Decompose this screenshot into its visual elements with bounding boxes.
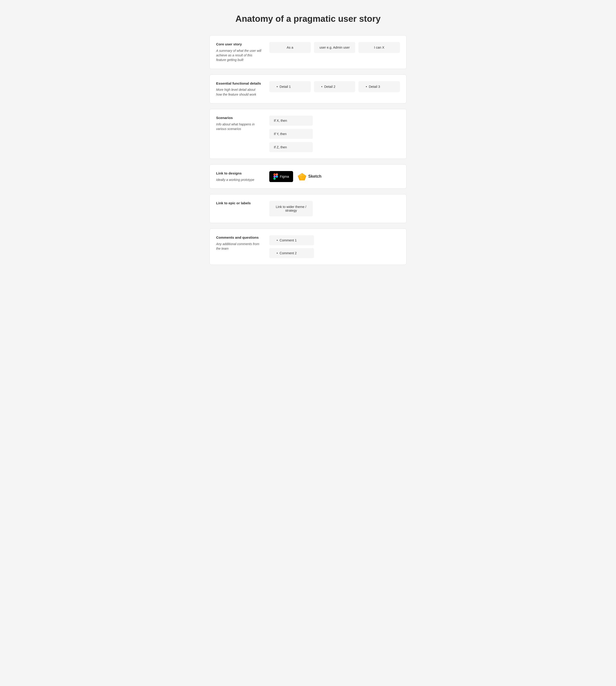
section-scenarios: Scenarios Info about what happens in var…	[210, 109, 406, 159]
svg-rect-1	[276, 173, 278, 176]
section-description-functional: More high level detail about how the fea…	[216, 87, 262, 97]
svg-rect-2	[273, 175, 276, 178]
section-designs: Link to designs Ideally a working protot…	[210, 165, 406, 189]
comment-box-2: Comment 2	[269, 248, 314, 258]
section-meta-designs: Link to designs Ideally a working protot…	[216, 171, 262, 182]
section-description-designs: Ideally a working prototype	[216, 177, 262, 182]
section-meta-core: Core user story A summary of what the us…	[216, 42, 262, 62]
page-title: Anatomy of a pragmatic user story	[210, 14, 406, 24]
section-label-designs: Link to designs	[216, 171, 262, 176]
section-description-core: A summary of what the user will achieve …	[216, 48, 262, 62]
figma-icon	[273, 173, 278, 180]
content-box-detail2: Detail 2	[314, 81, 355, 92]
content-box-detail3: Detail 3	[358, 81, 400, 92]
page-container: Anatomy of a pragmatic user story Core u…	[210, 14, 406, 265]
content-box-ican: I can X	[358, 42, 400, 53]
section-label-epic: Link to epic or labels	[216, 201, 262, 206]
section-label-functional: Essential functional details	[216, 81, 262, 86]
section-epic-labels: Link to epic or labels Link to wider the…	[210, 194, 406, 223]
section-label-comments: Comments and questions	[216, 235, 262, 240]
scenario-box-z: If Z, then	[269, 142, 313, 152]
scenario-box-y: If Y, then	[269, 129, 313, 139]
section-content-epic: Link to wider theme / strategy	[269, 201, 400, 216]
comment-box-1: Comment 1	[269, 235, 314, 245]
section-label-core: Core user story	[216, 42, 262, 46]
content-box-detail1: Detail 1	[269, 81, 311, 92]
section-content-scenarios: If X, then If Y, then If Z, then	[269, 115, 400, 152]
epic-link-box: Link to wider theme / strategy	[269, 201, 313, 216]
section-meta-comments: Comments and questions Any additional co…	[216, 235, 262, 251]
svg-point-4	[276, 175, 278, 178]
section-content-designs: Figma Sketch	[269, 171, 400, 182]
section-label-scenarios: Scenarios	[216, 115, 262, 120]
section-content-core: As a user e.g. Admin user I can X	[269, 42, 400, 53]
content-box-user: user e.g. Admin user	[314, 42, 355, 53]
section-description-comments: Any additional comments from the team	[216, 242, 262, 251]
figma-label: Figma	[280, 175, 289, 178]
svg-rect-3	[273, 177, 276, 180]
section-meta-functional: Essential functional details More high l…	[216, 81, 262, 97]
sketch-button[interactable]: Sketch	[298, 173, 322, 180]
section-meta-epic: Link to epic or labels	[216, 201, 262, 207]
sketch-label: Sketch	[308, 174, 322, 179]
section-functional-details: Essential functional details More high l…	[210, 74, 406, 103]
scenario-box-x: If X, then	[269, 115, 313, 126]
sketch-icon	[298, 173, 306, 180]
section-core-user-story: Core user story A summary of what the us…	[210, 35, 406, 69]
section-content-functional: Detail 1 Detail 2 Detail 3	[269, 81, 400, 92]
content-box-as-a: As a	[269, 42, 311, 53]
svg-rect-0	[273, 173, 276, 176]
figma-button[interactable]: Figma	[269, 171, 293, 182]
section-comments: Comments and questions Any additional co…	[210, 229, 406, 265]
section-meta-scenarios: Scenarios Info about what happens in var…	[216, 115, 262, 131]
section-description-scenarios: Info about what happens in various scena…	[216, 122, 262, 131]
section-content-comments: Comment 1 Comment 2	[269, 235, 400, 258]
